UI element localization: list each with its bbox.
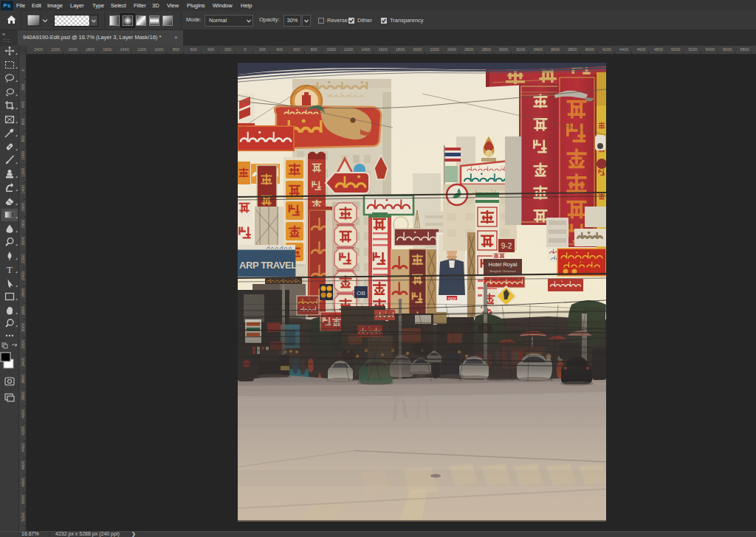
svg-text:T: T xyxy=(7,264,13,275)
